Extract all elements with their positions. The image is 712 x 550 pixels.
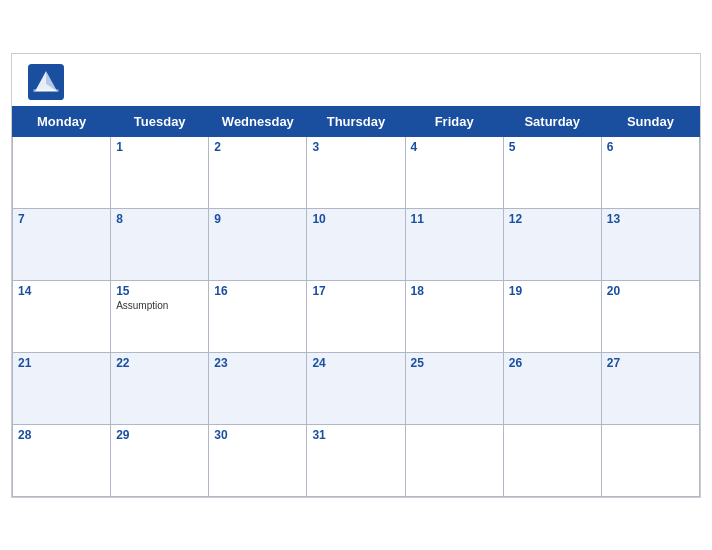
day-number: 22 <box>116 356 203 370</box>
day-number: 31 <box>312 428 399 442</box>
calendar-cell: 11 <box>405 208 503 280</box>
calendar-cell: 7 <box>13 208 111 280</box>
calendar-cell: 24 <box>307 352 405 424</box>
calendar-cell: 10 <box>307 208 405 280</box>
calendar-cell <box>405 424 503 496</box>
calendar-cell: 5 <box>503 136 601 208</box>
calendar-cell: 28 <box>13 424 111 496</box>
calendar-cell: 22 <box>111 352 209 424</box>
calendar-header <box>12 54 700 106</box>
weekday-header-row: MondayTuesdayWednesdayThursdayFridaySatu… <box>13 106 700 136</box>
weekday-monday: Monday <box>13 106 111 136</box>
day-number: 13 <box>607 212 694 226</box>
day-number: 17 <box>312 284 399 298</box>
calendar-cell <box>503 424 601 496</box>
day-number: 9 <box>214 212 301 226</box>
day-number: 21 <box>18 356 105 370</box>
day-number: 8 <box>116 212 203 226</box>
day-number: 4 <box>411 140 498 154</box>
calendar-cell: 17 <box>307 280 405 352</box>
day-number: 26 <box>509 356 596 370</box>
day-number: 19 <box>509 284 596 298</box>
weekday-tuesday: Tuesday <box>111 106 209 136</box>
week-row-3: 1415Assumption1617181920 <box>13 280 700 352</box>
calendar-cell: 2 <box>209 136 307 208</box>
calendar-cell: 18 <box>405 280 503 352</box>
day-number: 16 <box>214 284 301 298</box>
calendar-cell <box>13 136 111 208</box>
weekday-saturday: Saturday <box>503 106 601 136</box>
day-number: 20 <box>607 284 694 298</box>
logo-icon <box>28 64 64 100</box>
calendar-cell: 8 <box>111 208 209 280</box>
calendar-cell: 15Assumption <box>111 280 209 352</box>
day-number: 1 <box>116 140 203 154</box>
calendar-cell: 26 <box>503 352 601 424</box>
calendar-cell: 30 <box>209 424 307 496</box>
calendar-container: MondayTuesdayWednesdayThursdayFridaySatu… <box>11 53 701 498</box>
day-number: 29 <box>116 428 203 442</box>
day-number: 5 <box>509 140 596 154</box>
calendar-cell <box>601 424 699 496</box>
logo-area <box>28 64 68 100</box>
week-row-2: 78910111213 <box>13 208 700 280</box>
calendar-cell: 27 <box>601 352 699 424</box>
day-number: 6 <box>607 140 694 154</box>
day-number: 28 <box>18 428 105 442</box>
day-number: 27 <box>607 356 694 370</box>
calendar-cell: 31 <box>307 424 405 496</box>
day-number: 12 <box>509 212 596 226</box>
weekday-wednesday: Wednesday <box>209 106 307 136</box>
calendar-cell: 29 <box>111 424 209 496</box>
calendar-cell: 23 <box>209 352 307 424</box>
calendar-cell: 13 <box>601 208 699 280</box>
weekday-sunday: Sunday <box>601 106 699 136</box>
calendar-cell: 12 <box>503 208 601 280</box>
calendar-cell: 14 <box>13 280 111 352</box>
weekday-friday: Friday <box>405 106 503 136</box>
holiday-label: Assumption <box>116 300 203 311</box>
calendar-cell: 1 <box>111 136 209 208</box>
day-number: 18 <box>411 284 498 298</box>
day-number: 3 <box>312 140 399 154</box>
week-row-5: 28293031 <box>13 424 700 496</box>
calendar-grid: MondayTuesdayWednesdayThursdayFridaySatu… <box>12 106 700 497</box>
calendar-cell: 3 <box>307 136 405 208</box>
day-number: 15 <box>116 284 203 298</box>
calendar-cell: 21 <box>13 352 111 424</box>
svg-rect-3 <box>33 89 58 92</box>
calendar-cell: 4 <box>405 136 503 208</box>
calendar-cell: 19 <box>503 280 601 352</box>
day-number: 24 <box>312 356 399 370</box>
day-number: 11 <box>411 212 498 226</box>
day-number: 2 <box>214 140 301 154</box>
calendar-cell: 6 <box>601 136 699 208</box>
day-number: 25 <box>411 356 498 370</box>
calendar-cell: 25 <box>405 352 503 424</box>
day-number: 14 <box>18 284 105 298</box>
calendar-cell: 20 <box>601 280 699 352</box>
week-row-1: 123456 <box>13 136 700 208</box>
weekday-thursday: Thursday <box>307 106 405 136</box>
day-number: 7 <box>18 212 105 226</box>
day-number: 23 <box>214 356 301 370</box>
week-row-4: 21222324252627 <box>13 352 700 424</box>
calendar-cell: 9 <box>209 208 307 280</box>
calendar-cell: 16 <box>209 280 307 352</box>
day-number: 10 <box>312 212 399 226</box>
day-number: 30 <box>214 428 301 442</box>
